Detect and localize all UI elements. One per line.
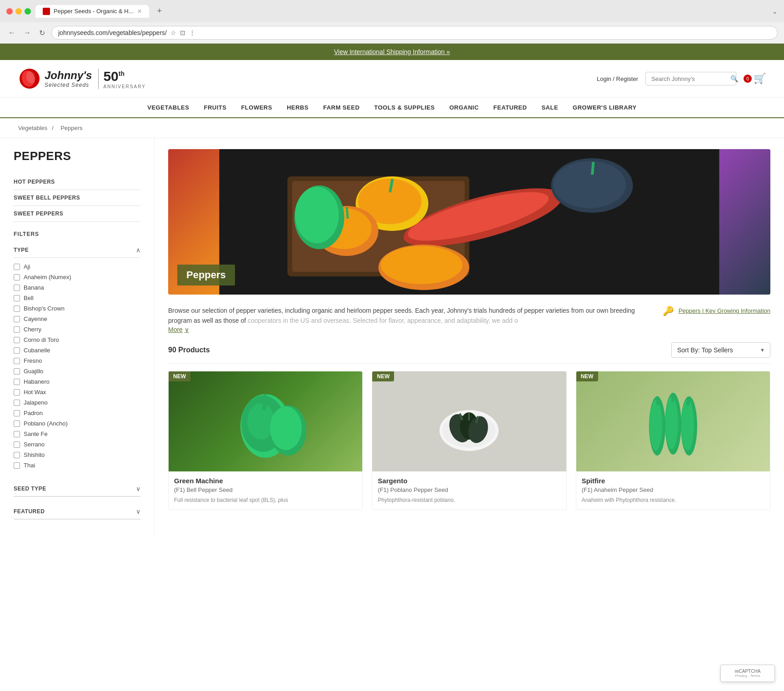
checkbox-shishito[interactable] (14, 452, 20, 458)
filter-item-jalapeno[interactable]: Jalapeno (14, 397, 140, 408)
products-header: 90 Products Sort By: Top Sellers Sort By… (168, 342, 770, 364)
checkbox-cherry[interactable] (14, 326, 20, 333)
checkbox-cubanelle[interactable] (14, 347, 20, 354)
nav-item-tools[interactable]: TOOLS & SUPPLIES (374, 98, 434, 117)
checkbox-bishops-crown[interactable] (14, 305, 20, 312)
cart-button[interactable]: 0 🛒 (744, 73, 766, 85)
product-desc-spitfire: Anaheim with Phytophthora resistance. (582, 496, 764, 504)
chevron-down-icon: ∨ (185, 326, 189, 333)
products-count: 90 Products (168, 346, 210, 354)
filter-item-poblano[interactable]: Poblano (Ancho) (14, 418, 140, 429)
tab-close-btn[interactable]: ✕ (137, 8, 142, 15)
filter-item-anaheim[interactable]: Anaheim (Numex) (14, 272, 140, 282)
nav-item-sale[interactable]: SALE (541, 98, 558, 117)
announcement-link[interactable]: View International Shipping Information … (334, 48, 450, 55)
filter-item-fresno[interactable]: Fresno (14, 356, 140, 366)
nav-item-vegetables[interactable]: VEGETABLES (147, 98, 189, 117)
breadcrumb-vegetables[interactable]: Vegetables (18, 125, 47, 131)
filter-item-sante-fe[interactable]: Sante Fe (14, 429, 140, 439)
filter-item-cubanelle[interactable]: Cubanelle (14, 345, 140, 356)
checkbox-thai[interactable] (14, 462, 20, 469)
product-card-green-machine[interactable]: NEW Green Machine (F1) Bell Pepper Seed … (168, 371, 363, 510)
checkbox-cayenne[interactable] (14, 316, 20, 322)
logo[interactable]: Johnny's Selected Seeds 50th ANNIVERSARY (18, 67, 146, 90)
close-window-btn[interactable] (6, 8, 13, 15)
filter-item-cherry[interactable]: Cherry (14, 324, 140, 335)
more-button[interactable]: More ∨ (168, 326, 189, 333)
key-info-link[interactable]: Peppers | Key Growing Information (679, 307, 770, 315)
filter-item-padron[interactable]: Padron (14, 408, 140, 418)
profile-icon: ⊡ (180, 29, 185, 36)
tab-title: Pepper Seeds - Organic & H... (54, 8, 134, 15)
filter-featured-header[interactable]: FEATURED ∨ (14, 504, 140, 519)
search-icon[interactable]: 🔍 (730, 75, 738, 82)
nav-item-farm-seed[interactable]: FARM SEED (323, 98, 360, 117)
desc-text: Browse our selection of pepper varieties… (168, 305, 649, 333)
search-input[interactable] (651, 75, 728, 82)
sidebar-link-sweet-bell[interactable]: SWEET BELL PEPPERS (14, 190, 140, 206)
filter-item-thai[interactable]: Thai (14, 460, 140, 471)
product-card-spitfire[interactable]: NEW Spitfire (F1) Anaheim Pepper Seed An… (576, 371, 770, 510)
hero-label: Peppers (177, 265, 235, 285)
filter-type-header[interactable]: TYPE ∧ (14, 243, 140, 258)
filter-item-bishops-crown[interactable]: Bishop's Crown (14, 303, 140, 314)
product-card-sargento[interactable]: NEW Sargento (F1) Poblano Pepper Seed Ph… (372, 371, 566, 510)
browser-expand-btn[interactable]: ⌄ (772, 8, 778, 15)
checkbox-serrano[interactable] (14, 441, 20, 448)
filter-item-aji[interactable]: Aji (14, 261, 140, 272)
checkbox-padron[interactable] (14, 410, 20, 416)
menu-icon[interactable]: ⋮ (189, 29, 195, 36)
sidebar-link-sweet-peppers[interactable]: SWEET PEPPERS (14, 206, 140, 222)
checkbox-bell[interactable] (14, 295, 20, 301)
product-info-spitfire: Spitfire (F1) Anaheim Pepper Seed Anahei… (576, 471, 770, 510)
checkbox-banana[interactable] (14, 285, 20, 291)
filters-title: FILTERS (14, 231, 140, 237)
logo-sub: Selected Seeds (45, 82, 92, 88)
nav-item-flowers[interactable]: FLOWERS (241, 98, 272, 117)
filter-item-cayenne[interactable]: Cayenne (14, 314, 140, 324)
filter-item-serrano[interactable]: Serrano (14, 439, 140, 450)
nav-item-library[interactable]: GROWER'S LIBRARY (573, 98, 637, 117)
filter-item-habanero[interactable]: Habanero (14, 376, 140, 387)
reload-button[interactable]: ↻ (37, 27, 47, 39)
checkbox-sante-fe[interactable] (14, 431, 20, 437)
checkbox-habanero[interactable] (14, 379, 20, 385)
filter-seed-type-header[interactable]: SEED TYPE ∨ (14, 481, 140, 496)
desc-faded: cooperators in the US and overseas. Sele… (248, 317, 518, 324)
nav-item-herbs[interactable]: HERBS (287, 98, 309, 117)
filter-item-banana[interactable]: Banana (14, 282, 140, 293)
product-image-sargento: NEW (372, 371, 566, 471)
checkbox-hot-wax[interactable] (14, 389, 20, 396)
sort-select[interactable]: Sort By: Top Sellers Sort By: Newest Sor… (671, 342, 770, 358)
nav-item-fruits[interactable]: FRUITS (204, 98, 226, 117)
checkbox-fresno[interactable] (14, 358, 20, 364)
filter-item-hot-wax[interactable]: Hot Wax (14, 387, 140, 397)
checkbox-anaheim[interactable] (14, 274, 20, 280)
checkbox-aji[interactable] (14, 264, 20, 270)
new-tab-button[interactable]: + (154, 5, 166, 18)
window-controls (6, 8, 31, 15)
filter-item-corno[interactable]: Corno di Toro (14, 335, 140, 345)
checkbox-poblano[interactable] (14, 421, 20, 427)
sidebar-link-hot-peppers[interactable]: HOT PEPPERS (14, 174, 140, 190)
star-icon[interactable]: ☆ (170, 29, 176, 36)
browser-tab[interactable]: Pepper Seeds - Organic & H... ✕ (35, 5, 149, 18)
forward-button[interactable]: → (22, 27, 33, 39)
nav-item-featured[interactable]: FEATURED (494, 98, 527, 117)
search-box[interactable]: 🔍 (645, 72, 736, 85)
category-links: HOT PEPPERS SWEET BELL PEPPERS SWEET PEP… (14, 174, 140, 222)
checkbox-guajillo[interactable] (14, 368, 20, 375)
filter-item-bell[interactable]: Bell (14, 293, 140, 303)
filter-item-shishito[interactable]: Shishito (14, 450, 140, 460)
back-button[interactable]: ← (6, 27, 17, 39)
login-link[interactable]: Login / Register (597, 75, 638, 82)
checkbox-corno[interactable] (14, 337, 20, 343)
filter-item-guajillo[interactable]: Guajillo (14, 366, 140, 376)
desc-section: Browse our selection of pepper varieties… (168, 305, 770, 333)
maximize-window-btn[interactable] (25, 8, 31, 15)
checkbox-jalapeno[interactable] (14, 400, 20, 406)
minimize-window-btn[interactable] (15, 8, 22, 15)
svg-point-36 (649, 400, 662, 451)
address-bar[interactable]: johnnyseeds.com/vegetables/peppers/ ☆ ⊡ … (51, 26, 778, 40)
nav-item-organic[interactable]: ORGANIC (449, 98, 479, 117)
